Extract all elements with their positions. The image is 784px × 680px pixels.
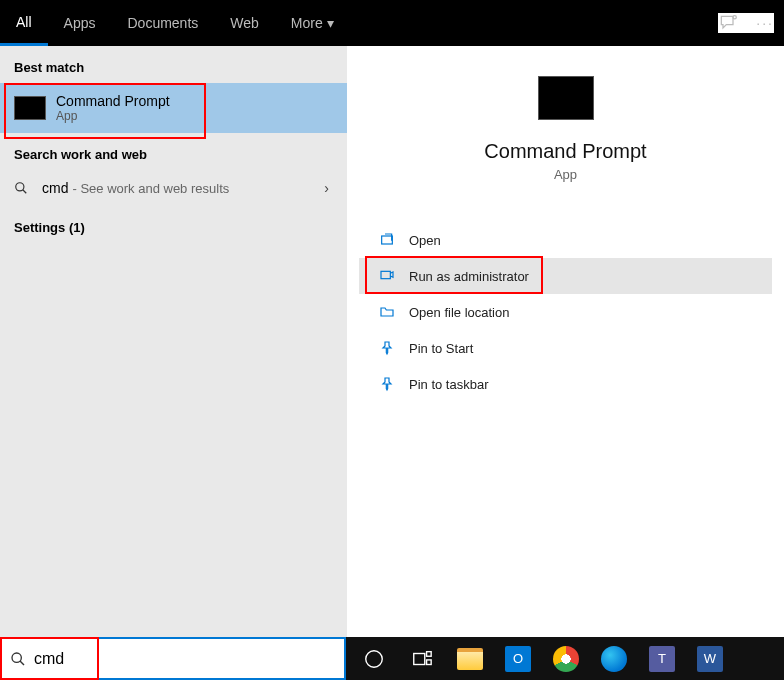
tab-more[interactable]: More▾ <box>275 0 350 46</box>
svg-rect-8 <box>414 653 425 664</box>
taskbar-teams[interactable]: T <box>640 639 684 679</box>
pin-icon <box>377 340 397 356</box>
action-label: Open file location <box>409 305 509 320</box>
tab-apps[interactable]: Apps <box>48 0 112 46</box>
teams-icon: T <box>649 646 675 672</box>
svg-rect-3 <box>382 236 393 244</box>
action-label: Open <box>409 233 441 248</box>
svg-point-0 <box>733 16 736 19</box>
action-run-as-administrator[interactable]: Run as administrator <box>359 258 772 294</box>
taskbar-outlook[interactable]: O <box>496 639 540 679</box>
word-icon: W <box>697 646 723 672</box>
feedback-icon[interactable] <box>718 13 738 33</box>
shield-icon <box>377 268 397 284</box>
search-icon <box>10 651 26 667</box>
svg-rect-10 <box>427 659 432 664</box>
folder-icon <box>377 304 397 320</box>
svg-rect-4 <box>381 271 390 278</box>
search-icon <box>14 181 34 195</box>
result-command-prompt[interactable]: Command Prompt App <box>0 83 347 133</box>
taskbar-file-explorer[interactable] <box>448 639 492 679</box>
best-match-label: Best match <box>0 46 347 83</box>
taskbar: O T W <box>346 637 784 680</box>
web-query-text: cmd <box>42 180 68 196</box>
taskbar-search[interactable] <box>0 637 346 680</box>
action-label: Pin to taskbar <box>409 377 489 392</box>
result-subtitle: App <box>56 109 170 123</box>
search-scope-tabs: All Apps Documents Web More▾ ··· <box>0 0 784 46</box>
tab-all[interactable]: All <box>0 0 48 46</box>
preview-subtitle: App <box>347 167 784 182</box>
preview-title: Command Prompt <box>347 140 784 163</box>
edge-icon <box>601 646 627 672</box>
action-list: Open Run as administrator Open file loca… <box>347 222 784 402</box>
taskbar-chrome[interactable] <box>544 639 588 679</box>
chevron-right-icon: › <box>324 180 329 196</box>
chrome-icon <box>553 646 579 672</box>
more-options-icon[interactable]: ··· <box>756 15 774 31</box>
action-open-file-location[interactable]: Open file location <box>359 294 772 330</box>
settings-label[interactable]: Settings (1) <box>0 206 347 243</box>
action-pin-to-start[interactable]: Pin to Start <box>359 330 772 366</box>
svg-line-6 <box>20 661 24 665</box>
web-hint-text: - See work and web results <box>72 181 229 196</box>
folder-icon <box>457 648 483 670</box>
tab-documents[interactable]: Documents <box>111 0 214 46</box>
preview-app-icon <box>538 76 594 120</box>
svg-point-1 <box>16 183 24 191</box>
search-web-label: Search work and web <box>0 133 347 170</box>
action-label: Run as administrator <box>409 269 529 284</box>
search-input[interactable] <box>34 650 336 668</box>
taskbar-task-view[interactable] <box>400 639 444 679</box>
open-icon <box>377 232 397 248</box>
outlook-icon: O <box>505 646 531 672</box>
action-pin-to-taskbar[interactable]: Pin to taskbar <box>359 366 772 402</box>
tab-web[interactable]: Web <box>214 0 275 46</box>
svg-line-2 <box>23 190 27 194</box>
pin-icon <box>377 376 397 392</box>
svg-point-5 <box>12 653 21 662</box>
preview-panel: Command Prompt App Open Run as administr… <box>347 46 784 637</box>
chevron-down-icon: ▾ <box>327 15 334 31</box>
action-label: Pin to Start <box>409 341 473 356</box>
action-open[interactable]: Open <box>359 222 772 258</box>
svg-point-7 <box>366 650 383 667</box>
web-result-cmd[interactable]: cmd - See work and web results › <box>0 170 347 206</box>
taskbar-cortana[interactable] <box>352 639 396 679</box>
command-prompt-icon <box>14 96 46 120</box>
result-title: Command Prompt <box>56 93 170 109</box>
taskbar-edge[interactable] <box>592 639 636 679</box>
svg-rect-9 <box>427 651 432 656</box>
results-panel: Best match Command Prompt App Search wor… <box>0 46 347 637</box>
bottom-bar: O T W <box>0 637 784 680</box>
taskbar-word[interactable]: W <box>688 639 732 679</box>
